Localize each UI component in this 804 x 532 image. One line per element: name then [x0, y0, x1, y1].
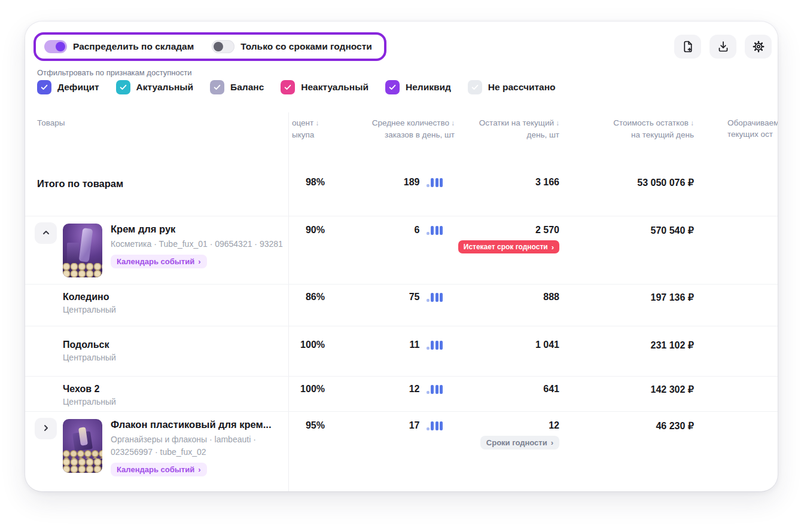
filter-checkbox-row: Дефицит Актуальный Баланс Неактуальный: [37, 80, 555, 94]
orders-chart-icon[interactable]: [427, 225, 443, 235]
toggle-label: Только со сроками годности: [240, 41, 372, 52]
stock-cell: 1 041: [535, 340, 559, 350]
avg-orders-cell: 17: [409, 420, 443, 431]
checkbox-checked-icon: [116, 80, 130, 94]
chevron-right-icon: ›: [551, 439, 553, 447]
buyout-percent-value: 95%: [306, 420, 325, 431]
orders-chart-icon[interactable]: [427, 340, 443, 350]
toggle-group-annotation: Распределить по складам Только со срокам…: [34, 32, 386, 61]
stock-value: 2 570: [535, 225, 559, 236]
checkbox-checked-icon: [210, 80, 224, 94]
stock-cost-value: 570 540 ₽: [651, 225, 694, 236]
warehouse-region: Центральный: [63, 353, 116, 362]
avg-orders-cell: 189: [404, 177, 443, 188]
filter-actual[interactable]: Актуальный: [116, 80, 193, 94]
orders-chart-icon[interactable]: [427, 384, 443, 394]
filter-label: Не рассчитано: [488, 82, 556, 93]
product-info: Флакон пластиковый для крем... Органайзе…: [111, 419, 290, 476]
avg-orders-value: 11: [410, 340, 420, 350]
collapse-row-button[interactable]: [35, 222, 57, 244]
stock-cell: 3 166: [535, 177, 559, 188]
chevron-right-icon: ›: [552, 243, 554, 251]
toggle-label: Распределить по складам: [73, 41, 194, 52]
stock-value: 12: [549, 420, 559, 431]
sort-down-icon: ↓: [690, 119, 694, 127]
filter-label: Дефицит: [57, 82, 99, 93]
avg-orders-cell: 6: [415, 225, 443, 236]
buyout-percent-value: 90%: [306, 225, 325, 236]
checkbox-checked-icon: [37, 80, 51, 94]
avg-orders-value: 75: [409, 292, 420, 302]
stock-cell: 12 Сроки годности›: [480, 420, 559, 450]
column-header-turnover[interactable]: Оборачиваем текущих ост: [727, 117, 778, 140]
checkbox-checked-icon: [468, 80, 482, 94]
add-document-button[interactable]: [674, 35, 701, 59]
page: Распределить по складам Только со срокам…: [0, 0, 804, 532]
column-header-buyout-percent[interactable]: оцент↓ ыкупа: [292, 117, 319, 140]
buyout-percent-value: 100%: [300, 340, 325, 350]
column-header-stock-cost[interactable]: Стоимость остатков↓ на текущий день: [613, 117, 694, 140]
filter-not-actual[interactable]: Неактуальный: [281, 80, 368, 94]
toggle-only-with-expiry[interactable]: Только со сроками годности: [212, 40, 372, 53]
avg-orders-cell: 11: [410, 340, 443, 350]
toggle-distribute-by-warehouse[interactable]: Распределить по складам: [44, 40, 194, 53]
stock-cost-value: 231 102 ₽: [651, 340, 694, 351]
column-header-current-stock[interactable]: Остатки на текущий↓ день, шт: [479, 117, 559, 140]
table-row-product: Крем для рук Косметика · Tube_fux_01 · 0…: [25, 216, 778, 284]
stock-cost-value: 197 136 ₽: [651, 292, 694, 303]
product-meta: Косметика · Tube_fux_01 · 09654321 · 932…: [111, 238, 290, 250]
stock-cell: 888: [543, 292, 559, 302]
product-title: Крем для рук: [111, 224, 290, 235]
warehouse-name: Коледино: [63, 292, 109, 302]
expiry-warning-badge[interactable]: Истекает срок годности›: [458, 240, 559, 253]
avg-orders-value: 189: [404, 177, 420, 188]
product-image: [63, 419, 102, 473]
table-row-warehouse: Чехов 2 Центральный 100% 12 641 142 302 …: [25, 376, 778, 411]
toolbar-actions: [674, 35, 772, 59]
avg-orders-value: 6: [415, 225, 420, 236]
filter-not-calculated[interactable]: Не рассчитано: [468, 80, 556, 94]
filter-illiquid[interactable]: Не рассчитано Неликвид: [385, 80, 451, 94]
table-row-totals: Итого по товарам 98% 189 3 166 53 050 07…: [25, 148, 778, 216]
stock-value: 641: [543, 384, 559, 395]
stock-cost-value: 142 302 ₽: [651, 384, 694, 395]
chevron-right-icon: ›: [198, 466, 200, 473]
table-row-warehouse: Коледино Центральный 86% 75 888 197 136 …: [25, 284, 778, 326]
orders-chart-icon[interactable]: [427, 421, 443, 430]
checkbox-checked-icon: [385, 80, 400, 94]
sort-down-icon: ↓: [556, 119, 559, 127]
product-meta: Органайзеры и флаконы · lambeauti · 0232…: [111, 433, 290, 458]
filter-balance[interactable]: Баланс: [210, 80, 264, 94]
buyout-percent-value: 86%: [306, 292, 325, 302]
column-header-products: Товары: [37, 117, 65, 129]
table-row-product: Флакон пластиковый для крем... Органайзе…: [25, 411, 778, 491]
avg-orders-cell: 75: [409, 292, 443, 302]
product-title: Флакон пластиковый для крем...: [111, 419, 290, 430]
expand-row-button[interactable]: [35, 418, 57, 439]
stock-cost-value: 53 050 076 ₽: [637, 177, 694, 188]
orders-chart-icon[interactable]: [427, 178, 443, 187]
filter-label: Баланс: [230, 82, 264, 93]
toggle-knob: [214, 42, 223, 51]
filter-deficit[interactable]: Дефицит: [37, 80, 99, 94]
avg-orders-value: 12: [409, 384, 420, 395]
settings-button[interactable]: [745, 35, 772, 59]
analytics-card: Распределить по складам Только со срокам…: [25, 22, 778, 491]
chevron-up-icon: [40, 227, 52, 240]
column-header-avg-orders[interactable]: Среднее количество↓ заказов в день, шт: [372, 117, 455, 140]
stock-value: 1 041: [535, 340, 559, 350]
filter-label: Актуальный: [136, 82, 193, 93]
expiry-dates-badge[interactable]: Сроки годности›: [480, 436, 559, 450]
warehouse-region: Центральный: [63, 305, 116, 314]
toggle-switch-off[interactable]: [212, 40, 234, 53]
toggle-switch-on[interactable]: [44, 40, 67, 53]
orders-chart-icon[interactable]: [427, 292, 443, 302]
sort-down-icon: ↓: [451, 119, 455, 127]
table-row-warehouse: Подольск Центральный 100% 11 1 041 231 1…: [25, 326, 778, 376]
events-calendar-badge[interactable]: Календарь событий›: [111, 463, 207, 476]
events-calendar-badge[interactable]: Календарь событий›: [111, 255, 207, 268]
stock-cell: 641: [543, 384, 559, 395]
buyout-percent-value: 100%: [300, 384, 325, 395]
stock-cost-value: 46 230 ₽: [656, 420, 694, 432]
download-button[interactable]: [709, 35, 736, 59]
